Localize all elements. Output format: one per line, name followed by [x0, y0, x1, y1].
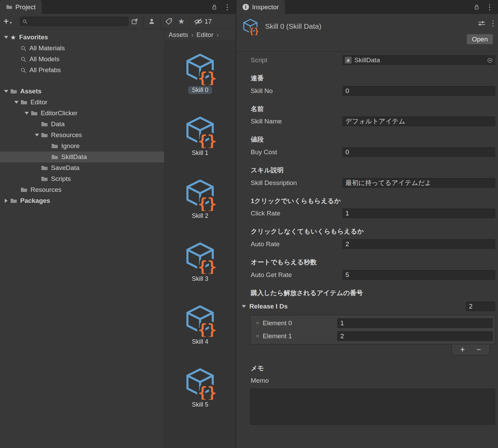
project-panel: Project ⋮ + ▾: [0, 0, 236, 448]
array-size-input[interactable]: [466, 302, 495, 311]
foldout-open-icon[interactable]: [4, 36, 8, 39]
auto-get-rate-input[interactable]: [342, 270, 495, 280]
tree-item-favorites[interactable]: ★ Favorites: [0, 32, 164, 43]
foldout-open-icon[interactable]: [242, 305, 246, 308]
drag-handle-icon[interactable]: =: [252, 333, 263, 340]
asset-item-skill-4[interactable]: Skill 4: [174, 304, 226, 346]
script-object-field[interactable]: # SkillData: [342, 55, 495, 65]
header-menu-icon[interactable]: ⋮: [489, 19, 497, 27]
open-search-window-icon[interactable]: [129, 18, 141, 25]
asset-item-skill-1[interactable]: Skill 1: [174, 115, 226, 157]
element-label: Element 0: [263, 319, 337, 327]
search-icon: [23, 19, 27, 24]
foldout-open-icon[interactable]: [25, 112, 29, 115]
project-tab-label: Project: [15, 3, 36, 11]
memo-label-row: Memo: [236, 375, 498, 386]
tree-item-resources-root[interactable]: Resources: [0, 184, 164, 195]
tree-item-packages[interactable]: Packages: [0, 195, 164, 206]
click-rate-input[interactable]: [342, 209, 495, 218]
array-element-row: = Element 1: [252, 330, 493, 343]
skill-description-input[interactable]: [342, 178, 495, 188]
tree-item-label: Assets: [20, 88, 41, 95]
section-header-auto-rate: クリックしなくてもいくらもらえるか: [236, 219, 498, 239]
drag-handle-icon[interactable]: =: [252, 320, 263, 327]
csharp-script-icon: #: [345, 57, 352, 64]
buy-cost-input[interactable]: [342, 147, 495, 157]
script-value: SkillData: [354, 56, 380, 64]
tree-item-data[interactable]: Data: [0, 119, 164, 130]
project-menu-icon[interactable]: ⋮: [224, 3, 231, 11]
search-box[interactable]: [20, 17, 129, 26]
project-lock-icon[interactable]: [212, 4, 217, 10]
save-search-star-icon[interactable]: ★: [175, 17, 187, 26]
tree-item-label: SaveData: [51, 164, 79, 172]
release-ids-list: = Element 0 = Element 1: [250, 315, 495, 344]
asset-item-skill-5[interactable]: Skill 5: [174, 367, 226, 409]
auto-rate-input[interactable]: [342, 239, 495, 249]
unity-editor-window: Project ⋮ + ▾: [0, 0, 498, 448]
section-header-auto-get-rate: オートでもらえる秒数: [236, 249, 498, 270]
tree-item-scripts[interactable]: Scripts: [0, 173, 164, 184]
search-input[interactable]: [29, 18, 126, 25]
field-label: Buy Cost: [251, 148, 342, 156]
info-icon: i: [243, 4, 249, 10]
asset-item-skill-0[interactable]: Skill 0: [174, 52, 226, 94]
search-icon: [21, 67, 26, 73]
folder-icon: [41, 132, 48, 138]
inspector-lock-icon[interactable]: [474, 4, 479, 10]
tab-inspector[interactable]: i Inspector: [236, 0, 285, 14]
array-footer: + −: [451, 344, 490, 355]
tree-item-label: All Materials: [29, 44, 65, 52]
presets-icon[interactable]: [477, 20, 486, 28]
tree-item-editor[interactable]: Editor: [0, 97, 164, 108]
tree-item-label: Favorites: [19, 34, 48, 41]
search-by-type-icon[interactable]: [145, 18, 158, 25]
tree-item-skilldata[interactable]: SkillData: [0, 151, 164, 162]
tab-project[interactable]: Project: [0, 0, 42, 14]
array-element-row: = Element 0: [252, 317, 493, 330]
folder-icon: [21, 100, 27, 105]
search-by-label-icon[interactable]: [162, 18, 175, 25]
tree-item-all-models[interactable]: All Models: [0, 54, 164, 65]
hidden-count-toggle[interactable]: 17: [192, 18, 214, 25]
tree-item-label: All Models: [29, 55, 60, 63]
field-row: Skill No: [236, 86, 498, 96]
tree-item-all-prefabs[interactable]: All Prefabs: [0, 65, 164, 76]
element-1-input[interactable]: [337, 331, 493, 341]
breadcrumb-editor[interactable]: Editor: [196, 31, 213, 39]
asset-label: Skill 5: [188, 401, 212, 409]
project-tabbar: Project ⋮: [0, 0, 236, 14]
tree-item-assets[interactable]: Assets: [0, 86, 164, 97]
toolbar-divider: [143, 14, 143, 29]
skill-name-input[interactable]: [342, 117, 495, 126]
open-button[interactable]: Open: [467, 34, 493, 44]
memo-textarea[interactable]: [250, 388, 495, 425]
section-header-description: スキル説明: [236, 157, 498, 178]
foldout-closed-icon[interactable]: [5, 199, 8, 203]
foldout-open-icon[interactable]: [35, 134, 39, 136]
tree-item-editorclicker[interactable]: EditorClicker: [0, 108, 164, 119]
breadcrumb-assets[interactable]: Assets: [169, 31, 188, 39]
asset-item-skill-3[interactable]: Skill 3: [174, 241, 226, 283]
asset-item-skill-2[interactable]: Skill 2: [174, 178, 226, 220]
tree-item-label: All Prefabs: [29, 66, 61, 74]
section-header-memo: メモ: [236, 355, 498, 376]
tree-item-ignore[interactable]: Ignore: [0, 141, 164, 151]
tree-item-savedata[interactable]: SaveData: [0, 162, 164, 173]
tree-item-resources[interactable]: Resources: [0, 130, 164, 141]
add-element-button[interactable]: +: [460, 346, 465, 354]
inspector-menu-icon[interactable]: ⋮: [486, 3, 493, 11]
foldout-open-icon[interactable]: [14, 101, 18, 104]
tree-item-label: Packages: [20, 197, 50, 205]
scriptable-object-icon: [184, 178, 217, 211]
folder-icon: [10, 89, 17, 94]
remove-element-button[interactable]: −: [476, 346, 481, 354]
skill-no-input[interactable]: [342, 86, 495, 96]
field-label: Auto Rate: [251, 240, 342, 248]
element-0-input[interactable]: [337, 318, 493, 328]
create-asset-button[interactable]: + ▾: [3, 17, 12, 26]
foldout-open-icon[interactable]: [4, 90, 8, 93]
inspector-tab-label: Inspector: [252, 3, 279, 11]
tree-item-all-materials[interactable]: All Materials: [0, 43, 164, 54]
object-picker-icon[interactable]: [487, 57, 493, 63]
